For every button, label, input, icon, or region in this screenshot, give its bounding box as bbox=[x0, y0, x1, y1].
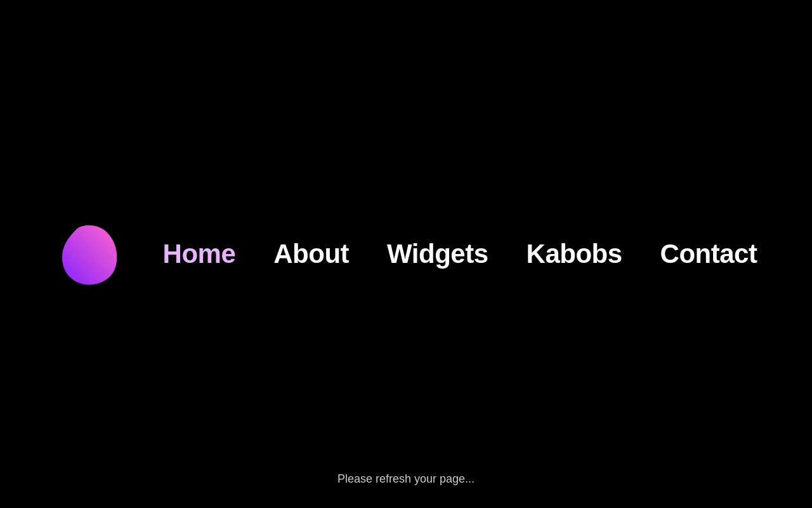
nav-links: Home About Widgets Kabobs Contact bbox=[163, 239, 757, 269]
nav-link-about[interactable]: About bbox=[273, 239, 349, 269]
nav-item-kabobs[interactable]: Kabobs bbox=[527, 239, 622, 269]
nav-link-home[interactable]: Home bbox=[163, 239, 236, 269]
nav-item-widgets[interactable]: Widgets bbox=[387, 239, 488, 269]
logo-blob[interactable] bbox=[55, 219, 125, 289]
nav-link-contact[interactable]: Contact bbox=[660, 239, 757, 269]
nav-item-contact[interactable]: Contact bbox=[660, 239, 757, 269]
nav-container: Home About Widgets Kabobs Contact bbox=[55, 219, 757, 289]
status-message: Please refresh your page... bbox=[337, 472, 475, 486]
nav-link-widgets[interactable]: Widgets bbox=[387, 239, 488, 269]
nav-link-kabobs[interactable]: Kabobs bbox=[527, 239, 622, 269]
nav-item-about[interactable]: About bbox=[273, 239, 349, 269]
nav-item-home[interactable]: Home bbox=[163, 239, 236, 269]
